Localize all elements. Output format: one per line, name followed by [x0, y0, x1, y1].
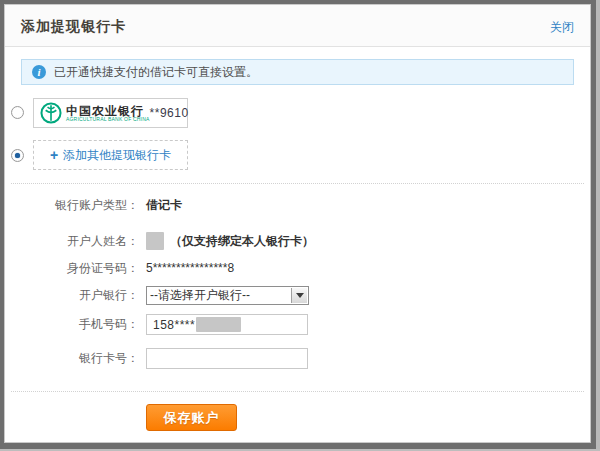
card-number-input[interactable] [146, 348, 308, 369]
phone-value: 158**** [153, 318, 195, 332]
card-tail-number: **9610 [150, 106, 189, 120]
form-row-holder-name: 开户人姓名： （仅支持绑定本人银行卡） [5, 231, 590, 251]
id-number-label: 身份证号码： [5, 260, 139, 277]
account-type-label: 银行账户类型： [5, 197, 139, 214]
masked-phone-box [196, 317, 241, 332]
phone-input[interactable]: 158**** [146, 314, 308, 335]
bank-name-cn: 中国农业银行 [66, 105, 150, 117]
holder-name-label: 开户人姓名： [5, 233, 139, 250]
id-number-value: 5****************8 [146, 261, 234, 275]
card-number-label: 银行卡号： [5, 350, 139, 367]
masked-name-box [146, 232, 164, 250]
form-row-account-type: 银行账户类型： 借记卡 [5, 197, 590, 213]
divider-bottom [11, 391, 584, 392]
screenshot-frame-right [596, 0, 600, 451]
plus-icon: + [50, 147, 58, 163]
dialog-header: 添加提现银行卡 关闭 [5, 5, 590, 47]
form-row-phone: 手机号码： 158**** [5, 314, 590, 335]
notice-bar: i 已开通快捷支付的借记卡可直接设置。 [21, 59, 574, 85]
dialog-title: 添加提现银行卡 [21, 18, 126, 36]
notice-text: 已开通快捷支付的借记卡可直接设置。 [54, 64, 258, 81]
bank-select-value: --请选择开户银行-- [150, 287, 250, 304]
info-icon: i [32, 65, 46, 79]
divider-top [11, 183, 584, 184]
save-account-button[interactable]: 保存账户 [146, 404, 237, 431]
bank-name-en: AGRICULTURAL BANK OF CHINA [66, 117, 150, 122]
add-new-card-option[interactable]: + 添加其他提现银行卡 [33, 140, 188, 170]
phone-label: 手机号码： [5, 316, 139, 333]
abc-bank-logo-icon [40, 102, 62, 124]
dropdown-button[interactable] [291, 288, 307, 303]
bank-select-label: 开户银行： [5, 287, 139, 304]
radio-existing-card[interactable] [11, 106, 24, 119]
chevron-down-icon [296, 293, 304, 298]
account-type-value: 借记卡 [146, 197, 182, 214]
holder-name-value: （仅支持绑定本人银行卡） [146, 232, 314, 250]
form-row-id-number: 身份证号码： 5****************8 [5, 260, 590, 276]
existing-card-option[interactable]: 中国农业银行 AGRICULTURAL BANK OF CHINA **9610 [33, 98, 188, 128]
close-link[interactable]: 关闭 [550, 19, 574, 36]
add-new-card-label: 添加其他提现银行卡 [63, 147, 171, 164]
radio-add-new-card[interactable] [11, 149, 24, 162]
bank-select-dropdown[interactable]: --请选择开户银行-- [146, 286, 309, 305]
holder-name-note: （仅支持绑定本人银行卡） [170, 233, 314, 250]
form-row-bank-select: 开户银行： --请选择开户银行-- [5, 286, 590, 305]
add-withdraw-card-dialog: 添加提现银行卡 关闭 i 已开通快捷支付的借记卡可直接设置。 中国农业银行 AG… [4, 4, 591, 443]
form-row-card-number: 银行卡号： [5, 348, 590, 369]
bank-name-block: 中国农业银行 AGRICULTURAL BANK OF CHINA [66, 105, 150, 122]
